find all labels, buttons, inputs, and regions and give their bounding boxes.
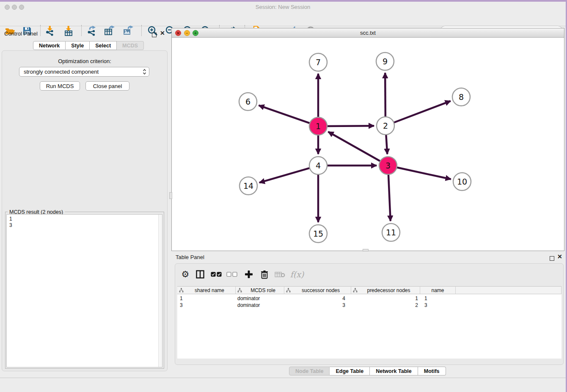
table-row-cell[interactable]: dominator — [237, 295, 282, 302]
node-label-10: 10 — [457, 177, 467, 186]
show-columns-button[interactable] — [194, 268, 206, 280]
node-label-15: 15 — [313, 229, 323, 238]
column-header-name[interactable]: name — [420, 286, 456, 294]
tab-motifs[interactable]: Motifs — [418, 367, 446, 375]
export-table-icon — [104, 25, 116, 36]
edge-1-2[interactable] — [326, 126, 374, 126]
import-network-button[interactable] — [44, 25, 56, 37]
column-label: predecessor nodes — [358, 287, 420, 293]
function-builder-button[interactable]: f(x) — [289, 268, 305, 280]
edge-2-8[interactable] — [393, 101, 451, 123]
delete-rows-button[interactable] — [259, 268, 270, 280]
tab-node-table[interactable]: Node Table — [289, 367, 330, 375]
unselect-all-rows-button[interactable] — [226, 268, 238, 280]
desktop-edge — [0, 0, 567, 2]
unchecked-boxes-icon — [226, 272, 237, 277]
table-row-cell[interactable]: 1 — [180, 295, 231, 302]
edge-3-10[interactable] — [396, 167, 451, 179]
table-panel-float-button[interactable] — [550, 255, 554, 262]
column-label: name — [420, 287, 455, 293]
run-mcds-label: Run MCDS — [46, 83, 74, 89]
tab-network[interactable]: Network — [33, 41, 66, 50]
column-header-mcds-role[interactable]: MCDS role — [236, 286, 284, 294]
table-row-cell[interactable]: 1 — [351, 295, 418, 302]
edge-3-11[interactable] — [388, 174, 391, 221]
delete-table-icon — [275, 271, 286, 278]
column-header-successor-nodes[interactable]: successor nodes — [284, 286, 351, 294]
node-label-14: 14 — [243, 181, 253, 190]
control-panel-tabs: Network Style Select MCDS — [33, 41, 144, 50]
result-scrollbar[interactable] — [158, 215, 162, 367]
column-header-filler — [456, 286, 561, 294]
table-panel-title: Table Panel — [176, 254, 204, 260]
tab-network-table[interactable]: Network Table — [370, 367, 418, 375]
edge-2-9[interactable] — [385, 73, 385, 118]
table-panel-close-button[interactable]: ✕ — [557, 254, 562, 259]
export-network-button[interactable] — [86, 25, 98, 37]
import-table-button[interactable] — [63, 25, 74, 37]
table-row-cell[interactable]: 3 — [284, 302, 345, 309]
application-window: Session: New Session — [0, 0, 566, 392]
table-settings-button[interactable]: ⚙ — [179, 268, 191, 280]
delete-table-button[interactable] — [274, 268, 286, 280]
node-label-3: 3 — [385, 161, 391, 170]
toolbar-separator — [141, 25, 142, 36]
checked-boxes-icon — [211, 272, 222, 277]
criterion-dropdown[interactable]: strongly connected component — [19, 67, 149, 77]
control-panel-float-button[interactable] — [152, 31, 157, 39]
import-network-icon — [44, 25, 55, 36]
table-row-cell[interactable]: 4 — [284, 295, 345, 302]
toolbar-separator — [81, 25, 82, 36]
select-all-rows-button[interactable] — [210, 268, 222, 280]
import-table-icon — [63, 25, 74, 36]
mcds-result-text[interactable]: 1 3 — [6, 214, 162, 367]
node-label-7: 7 — [316, 58, 321, 67]
control-panel-title: Control Panel — [4, 30, 38, 37]
tab-edge-table[interactable]: Edge Table — [330, 367, 370, 375]
column-label: MCDS role — [242, 287, 284, 293]
table-row-cell[interactable]: dominator — [237, 302, 282, 309]
table-row-cell[interactable]: 3 — [424, 302, 454, 309]
control-panel-close-button[interactable]: ✕ — [160, 31, 165, 36]
export-image-button[interactable] — [122, 25, 134, 37]
network-window-title: scc.txt — [172, 30, 564, 36]
export-table-button[interactable] — [104, 25, 116, 37]
result-line: 1 — [9, 216, 162, 222]
title-bar: Session: New Session — [0, 2, 566, 12]
node-label-6: 6 — [245, 97, 250, 106]
column-label: shared name — [184, 287, 235, 293]
plus-icon — [245, 270, 253, 279]
column-header-shared-name[interactable]: shared name — [177, 286, 236, 294]
export-image-icon — [122, 25, 134, 36]
node-label-8: 8 — [459, 92, 464, 102]
network-window-titlebar[interactable]: ✕ − + scc.txt — [172, 28, 564, 38]
network-canvas[interactable]: 7968124314101511 — [172, 38, 564, 251]
edge-2-3[interactable] — [386, 134, 387, 154]
tab-mcds[interactable]: MCDS — [117, 41, 144, 50]
close-panel-label: Close panel — [93, 83, 122, 89]
columns-icon — [196, 270, 204, 279]
splitter-grip-vertical[interactable] — [169, 192, 172, 199]
tab-select[interactable]: Select — [90, 41, 117, 50]
run-mcds-button[interactable]: Run MCDS — [40, 81, 80, 91]
export-network-icon — [86, 25, 97, 36]
hierarchy-icon — [179, 288, 184, 293]
network-view-window: ✕ − + scc.txt 7968124314101511 — [171, 28, 564, 251]
edge-1-6[interactable] — [259, 105, 311, 124]
add-row-button[interactable] — [243, 268, 255, 280]
criterion-value: strongly connected component — [24, 69, 99, 75]
column-label: successor nodes — [291, 287, 351, 293]
table-panel-tabs: Node Table Edge Table Network Table Moti… — [289, 367, 446, 375]
column-header-predecessor-nodes[interactable]: predecessor nodes — [351, 286, 420, 294]
close-panel-button[interactable]: Close panel — [85, 81, 129, 91]
splitter-grip-horizontal[interactable] — [363, 249, 369, 251]
table-row-cell[interactable]: 2 — [351, 302, 418, 309]
node-label-4: 4 — [316, 161, 321, 170]
node-label-2: 2 — [383, 121, 388, 130]
edge-4-14[interactable] — [259, 168, 311, 182]
table-row-cell[interactable]: 1 — [424, 295, 454, 302]
table-row-cell[interactable]: 3 — [180, 302, 231, 309]
edge-3-1[interactable] — [328, 132, 381, 161]
hierarchy-icon — [286, 288, 291, 293]
tab-style[interactable]: Style — [66, 41, 90, 50]
